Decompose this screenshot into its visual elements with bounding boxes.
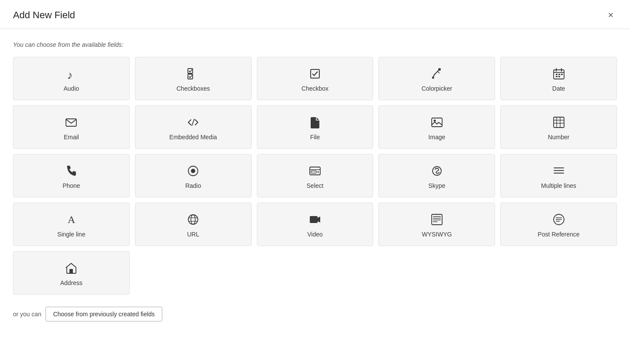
post-reference-icon xyxy=(552,213,566,226)
modal-header: Add New Field × xyxy=(0,0,630,29)
footer-row: or you can Choose from previously create… xyxy=(13,307,617,321)
image-label: Image xyxy=(428,134,445,141)
post-reference-label: Post Reference xyxy=(538,231,580,238)
field-card-checkboxes[interactable]: Checkboxes xyxy=(135,57,252,100)
svg-text:♪: ♪ xyxy=(67,69,73,80)
close-button[interactable]: × xyxy=(604,9,617,22)
field-card-number[interactable]: Number xyxy=(500,105,617,149)
multiple-lines-icon xyxy=(552,164,566,178)
email-label: Email xyxy=(64,134,79,141)
wysiwyg-label: WYSIWYG xyxy=(422,231,452,238)
field-card-video[interactable]: Video xyxy=(257,203,374,246)
checkboxes-label: Checkboxes xyxy=(177,85,210,92)
colorpicker-label: Colorpicker xyxy=(421,85,452,92)
field-card-email[interactable]: Email xyxy=(13,105,130,149)
checkbox-icon xyxy=(308,67,322,81)
field-card-single-line[interactable]: A Single line xyxy=(13,203,130,246)
multiple-lines-label: Multiple lines xyxy=(541,182,576,189)
svg-line-19 xyxy=(192,119,194,126)
field-card-post-reference[interactable]: Post Reference xyxy=(500,203,617,246)
field-card-skype[interactable]: Skype xyxy=(378,154,495,197)
svg-rect-52 xyxy=(69,269,73,273)
svg-rect-14 xyxy=(558,74,560,75)
field-card-wysiwyg[interactable]: WYSIWYG xyxy=(378,203,495,246)
field-card-radio[interactable]: Radio xyxy=(135,154,252,197)
address-icon xyxy=(64,261,78,275)
svg-text:A: A xyxy=(68,214,75,225)
phone-icon xyxy=(64,164,78,178)
select-icon xyxy=(308,164,322,178)
file-label: File xyxy=(310,134,320,141)
fields-grid: ♪ Audio Checkboxes xyxy=(13,57,617,295)
field-card-embedded-media[interactable]: Embedded Media xyxy=(135,105,252,149)
svg-rect-16 xyxy=(556,76,558,77)
field-card-date[interactable]: Date xyxy=(500,57,617,100)
checkbox-label: Checkbox xyxy=(302,85,328,92)
skype-icon xyxy=(430,164,444,178)
file-icon xyxy=(308,115,322,129)
field-card-url[interactable]: URL xyxy=(135,203,252,246)
field-card-address[interactable]: Address xyxy=(13,251,130,295)
select-label: Select xyxy=(307,182,324,189)
number-label: Number xyxy=(548,134,570,141)
field-card-colorpicker[interactable]: Colorpicker xyxy=(378,57,495,100)
field-card-audio[interactable]: ♪ Audio xyxy=(13,57,130,100)
svg-rect-20 xyxy=(432,118,442,127)
wysiwyg-icon xyxy=(430,213,444,226)
svg-rect-42 xyxy=(432,214,442,225)
svg-point-7 xyxy=(432,77,434,79)
radio-icon xyxy=(186,164,200,178)
url-label: URL xyxy=(187,231,199,238)
svg-rect-22 xyxy=(554,117,564,128)
video-label: Video xyxy=(307,231,323,238)
single-line-label: Single line xyxy=(57,231,85,238)
phone-label: Phone xyxy=(62,182,80,189)
svg-rect-3 xyxy=(311,69,319,78)
video-icon xyxy=(308,213,322,226)
audio-icon: ♪ xyxy=(64,67,78,81)
field-card-file[interactable]: File xyxy=(257,105,374,149)
svg-rect-31 xyxy=(311,171,316,173)
svg-rect-15 xyxy=(561,74,563,75)
single-line-icon: A xyxy=(64,213,78,226)
svg-rect-13 xyxy=(556,74,558,75)
svg-marker-41 xyxy=(318,216,320,223)
image-icon xyxy=(430,115,444,129)
add-new-field-modal: Add New Field × You can choose from the … xyxy=(0,0,630,364)
field-card-select[interactable]: Select xyxy=(257,154,374,197)
radio-label: Radio xyxy=(185,182,201,189)
colorpicker-icon xyxy=(430,67,444,81)
modal-body: You can choose from the available fields… xyxy=(0,29,630,364)
email-icon xyxy=(64,115,78,129)
subtitle: You can choose from the available fields… xyxy=(13,41,617,48)
audio-label: Audio xyxy=(63,85,79,92)
choose-from-fields-button[interactable]: Choose from previously created fields xyxy=(46,307,162,321)
svg-rect-40 xyxy=(310,216,318,223)
checkboxes-icon xyxy=(186,67,200,81)
number-icon xyxy=(552,115,566,129)
date-label: Date xyxy=(552,85,565,92)
svg-rect-18 xyxy=(66,119,76,126)
svg-point-36 xyxy=(188,215,198,224)
svg-rect-17 xyxy=(558,76,560,77)
svg-point-37 xyxy=(191,215,195,224)
svg-point-6 xyxy=(438,68,441,71)
embedded-media-icon xyxy=(186,115,200,129)
svg-line-8 xyxy=(437,71,440,73)
url-icon xyxy=(186,213,200,226)
date-icon xyxy=(552,67,566,81)
field-card-checkbox[interactable]: Checkbox xyxy=(257,57,374,100)
skype-label: Skype xyxy=(428,182,445,189)
modal-title: Add New Field xyxy=(13,10,75,21)
svg-point-28 xyxy=(191,169,195,173)
footer-prefix: or you can xyxy=(13,311,41,318)
embedded-media-label: Embedded Media xyxy=(169,134,217,141)
address-label: Address xyxy=(60,279,82,286)
field-card-multiple-lines[interactable]: Multiple lines xyxy=(500,154,617,197)
field-card-image[interactable]: Image xyxy=(378,105,495,149)
field-card-phone[interactable]: Phone xyxy=(13,154,130,197)
